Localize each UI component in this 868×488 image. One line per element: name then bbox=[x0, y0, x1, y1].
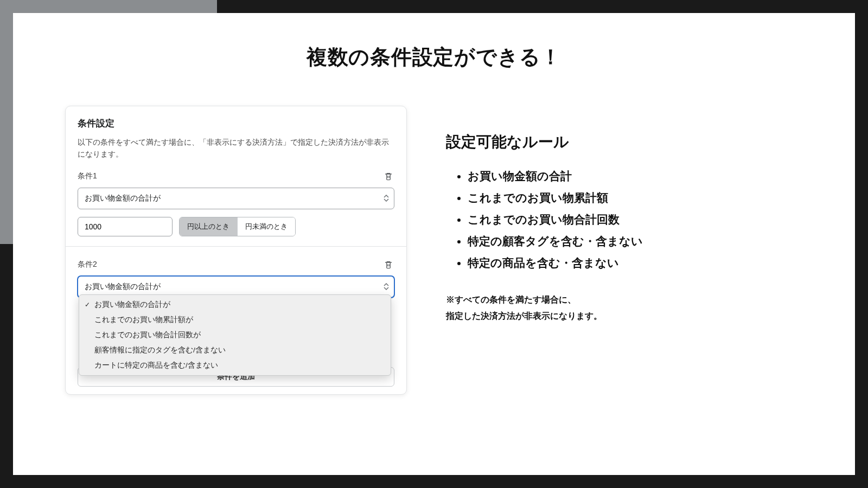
dropdown-option[interactable]: 顧客情報に指定のタグを含む/含まない bbox=[79, 343, 391, 358]
dropdown-option[interactable]: ✓ お買い物金額の合計が bbox=[79, 297, 391, 312]
threshold-toggle: 円以上のとき 円未満のとき bbox=[179, 217, 296, 236]
dropdown-option-label: 顧客情報に指定のタグを含む/含まない bbox=[94, 345, 226, 355]
conditions-panel: 条件設定 以下の条件をすべて満たす場合に、「非表示にする決済方法」で指定した決済… bbox=[65, 106, 407, 395]
slide-frame: 複数の条件設定ができる！ 条件設定 以下の条件をすべて満たす場合に、「非表示にす… bbox=[0, 0, 868, 488]
dropdown-option[interactable]: これまでのお買い物合計回数が bbox=[79, 328, 391, 343]
condition2-label: 条件2 bbox=[78, 260, 97, 269]
condition2-dropdown: ✓ お買い物金額の合計が これまでのお買い物累計額が これまでのお買い物合計回数… bbox=[79, 294, 391, 376]
note-line: 指定した決済方法が非表示になります。 bbox=[446, 308, 803, 324]
panel-title: 条件設定 bbox=[78, 117, 394, 130]
rule-item: 特定の顧客タグを含む・含まない bbox=[468, 230, 803, 252]
condition2-select-wrapper: お買い物金額の合計が ✓ お買い物金額の合計が bbox=[78, 276, 394, 298]
seg-under-button[interactable]: 円未満のとき bbox=[238, 217, 295, 236]
condition1-select-value[interactable]: お買い物金額の合計が bbox=[78, 188, 394, 209]
rule-item: これまでのお買い物合計回数 bbox=[468, 209, 803, 230]
content-row: 条件設定 以下の条件をすべて満たす場合に、「非表示にする決済方法」で指定した決済… bbox=[65, 106, 803, 395]
check-icon: ✓ bbox=[84, 301, 91, 309]
left-column: 条件設定 以下の条件をすべて満たす場合に、「非表示にする決済方法」で指定した決済… bbox=[65, 106, 407, 395]
dropdown-option[interactable]: これまでのお買い物累計額が bbox=[79, 312, 391, 328]
rules-list: お買い物金額の合計 これまでのお買い物累計額 これまでのお買い物合計回数 特定の… bbox=[446, 165, 803, 273]
note-line: ※すべての条件を満たす場合に、 bbox=[446, 292, 803, 307]
rule-item: お買い物金額の合計 bbox=[468, 165, 803, 187]
page-title: 複数の条件設定ができる！ bbox=[65, 43, 803, 71]
rules-heading: 設定可能なルール bbox=[446, 132, 803, 152]
condition1-header: 条件1 bbox=[78, 170, 394, 182]
condition1-select[interactable]: お買い物金額の合計が bbox=[78, 188, 394, 209]
dropdown-option-label: これまでのお買い物累計額が bbox=[94, 315, 193, 325]
rule-item: これまでのお買い物累計額 bbox=[468, 187, 803, 209]
trash-icon[interactable] bbox=[382, 170, 394, 182]
condition1-amount-row: 円以上のとき 円未満のとき bbox=[78, 217, 394, 236]
right-column: 設定可能なルール お買い物金額の合計 これまでのお買い物累計額 これまでのお買い… bbox=[446, 106, 803, 324]
divider bbox=[66, 246, 406, 247]
slide-card: 複数の条件設定ができる！ 条件設定 以下の条件をすべて満たす場合に、「非表示にす… bbox=[13, 13, 855, 475]
chevron-updown-icon bbox=[384, 282, 389, 291]
rule-item: 特定の商品を含む・含まない bbox=[468, 252, 803, 274]
condition1-label: 条件1 bbox=[78, 171, 97, 181]
dropdown-option-label: これまでのお買い物合計回数が bbox=[94, 330, 201, 340]
seg-over-button[interactable]: 円以上のとき bbox=[180, 217, 238, 236]
dropdown-option[interactable]: カートに特定の商品を含む/含まない bbox=[79, 358, 391, 373]
amount-input[interactable] bbox=[78, 217, 173, 236]
dropdown-option-label: カートに特定の商品を含む/含まない bbox=[94, 361, 218, 370]
panel-description: 以下の条件をすべて満たす場合に、「非表示にする決済方法」で指定した決済方法が非表… bbox=[78, 136, 394, 160]
dropdown-option-label: お買い物金額の合計が bbox=[94, 300, 170, 310]
chevron-updown-icon bbox=[384, 194, 389, 203]
trash-icon[interactable] bbox=[382, 259, 394, 271]
condition2-header: 条件2 bbox=[78, 259, 394, 271]
